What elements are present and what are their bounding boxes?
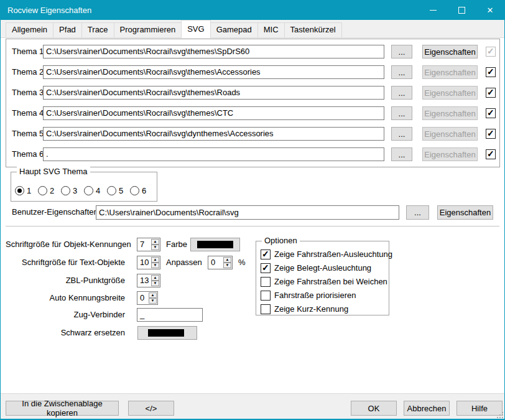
theme-4-label: Thema 4: [12, 106, 44, 120]
spin-down-icon[interactable]: ▼: [149, 298, 157, 304]
theme-5-path-input[interactable]: C:\Users\rainer\Documents\Rocrail\svg\dy…: [43, 127, 384, 141]
theme-3-path-input[interactable]: C:\Users\rainer\Documents\Rocrail\svg\th…: [43, 86, 384, 100]
theme-4-path-input[interactable]: C:\Users\rainer\Documents\Rocrail\svg\th…: [43, 106, 384, 120]
checkbox-icon: [261, 291, 271, 301]
tab-trace[interactable]: Trace: [81, 22, 114, 37]
adjust-label: Anpassen: [166, 256, 202, 269]
theme-row-6: Thema 6 . ... Eigenschaften: [1, 147, 504, 161]
main-theme-option-2[interactable]: 2: [38, 185, 54, 195]
help-button[interactable]: Hilfe: [456, 401, 503, 416]
theme-3-browse-button[interactable]: ...: [391, 86, 412, 100]
tab-tastenkuerzel[interactable]: Tastenkürzel: [284, 22, 342, 37]
adjust-spinner[interactable]: 0 ▲▼: [208, 256, 233, 269]
theme-4-enabled-checkbox[interactable]: [486, 108, 496, 118]
tab-gamepad[interactable]: Gamepad: [210, 22, 258, 37]
close-button[interactable]: ✕: [476, 0, 504, 20]
theme-6-enabled-checkbox[interactable]: [486, 149, 496, 159]
zbl-pointsize-spinner[interactable]: 13 ▲▼: [137, 274, 160, 287]
user-properties-browse-button[interactable]: ...: [406, 205, 429, 220]
option-label: Zeige Fahrstraßen-Ausleuchtung: [274, 250, 392, 259]
radio-5-label: 5: [119, 186, 123, 195]
replace-black-color-button[interactable]: [137, 326, 197, 340]
theme-6-browse-button[interactable]: ...: [391, 147, 412, 161]
theme-row-5: Thema 5 C:\Users\rainer\Documents\Rocrai…: [1, 127, 504, 141]
replace-black-label: Schwarz ersetzen: [6, 326, 125, 340]
spin-up-icon[interactable]: ▲: [149, 292, 157, 298]
spin-up-icon[interactable]: ▲: [151, 275, 159, 281]
minimize-button[interactable]: [419, 0, 447, 20]
spin-up-icon[interactable]: ▲: [151, 257, 159, 263]
user-properties-button[interactable]: Eigenschaften: [437, 205, 493, 220]
theme-2-enabled-checkbox[interactable]: [486, 67, 496, 77]
theme-5-properties-button: Eigenschaften: [422, 127, 478, 141]
checkbox-icon: [261, 304, 271, 314]
radio-4-icon: [84, 186, 93, 195]
main-theme-group-title: Haupt SVG Thema: [17, 167, 90, 176]
text-object-fontsize-label: Schriftgröße für Text-Objekte: [6, 256, 125, 269]
theme-2-browse-button[interactable]: ...: [391, 65, 412, 79]
object-id-fontsize-value: 7: [137, 238, 151, 251]
user-properties-path-input[interactable]: C:\Users\rainer\Documents\Rocrail\svg: [96, 205, 399, 220]
ok-button[interactable]: OK: [351, 401, 397, 416]
theme-4-browse-button[interactable]: ...: [391, 106, 412, 120]
cancel-button[interactable]: Abbrechen: [404, 401, 450, 416]
main-theme-option-6[interactable]: 6: [130, 185, 146, 195]
theme-row-2: Thema 2 C:\Users\rainer\Documents\Rocrai…: [1, 65, 504, 79]
theme-5-browse-button[interactable]: ...: [391, 127, 412, 141]
main-theme-option-3[interactable]: 3: [61, 185, 77, 195]
auto-id-width-spinner[interactable]: 0 ▲▼: [137, 291, 158, 305]
radio-6-label: 6: [142, 186, 146, 195]
text-object-fontsize-spinner[interactable]: 10 ▲▼: [137, 256, 160, 269]
main-theme-option-4[interactable]: 4: [84, 185, 100, 195]
spin-up-icon[interactable]: ▲: [223, 257, 231, 263]
copy-to-clipboard-button[interactable]: In die Zwischenablage kopieren: [6, 401, 119, 416]
text-object-fontsize-value: 10: [137, 256, 151, 269]
id-color-button[interactable]: [190, 238, 240, 251]
percent-label: %: [238, 256, 246, 269]
theme-1-enabled-checkbox: [486, 47, 496, 57]
spin-down-icon[interactable]: ▼: [151, 281, 159, 286]
maximize-button[interactable]: [447, 0, 476, 20]
theme-1-path-input[interactable]: C:\Users\rainer\Documents\Rocrail\svg\th…: [43, 45, 384, 58]
spin-down-icon[interactable]: ▼: [151, 263, 159, 268]
radio-2-label: 2: [50, 186, 54, 195]
tab-programmieren[interactable]: Programmieren: [114, 22, 182, 37]
title-bar: Rocview Eigenschaften ✕: [1, 0, 504, 20]
train-connector-input[interactable]: _: [137, 308, 203, 322]
main-theme-option-5[interactable]: 5: [107, 185, 123, 195]
theme-5-label: Thema 5: [12, 127, 44, 141]
object-id-fontsize-spinner[interactable]: 7 ▲▼: [137, 238, 160, 251]
checkbox-icon: [261, 263, 271, 273]
option-label: Zeige Kurz-Kennung: [274, 304, 348, 314]
resize-grip[interactable]: [497, 412, 503, 418]
theme-2-path-input[interactable]: C:\Users\rainer\Documents\Rocrail\svg\th…: [43, 65, 384, 79]
option-label: Zeige Fahrstraßen bei Weichen: [274, 277, 387, 287]
theme-row-3: Thema 3 C:\Users\rainer\Documents\Rocrai…: [1, 86, 504, 100]
theme-5-enabled-checkbox[interactable]: [486, 129, 496, 139]
theme-1-properties-button[interactable]: Eigenschaften: [422, 45, 478, 58]
spin-up-icon[interactable]: ▲: [151, 239, 159, 245]
color-label: Farbe: [166, 238, 187, 251]
close-icon: ✕: [487, 6, 494, 14]
option-label: Zeige Belegt-Ausleuchtung: [274, 263, 371, 273]
tab-pfad[interactable]: Pfad: [53, 22, 82, 37]
theme-2-label: Thema 2: [12, 65, 44, 79]
theme-3-enabled-checkbox[interactable]: [486, 88, 496, 98]
radio-3-label: 3: [73, 186, 77, 195]
theme-1-browse-button[interactable]: ...: [391, 45, 412, 58]
maximize-icon: [458, 7, 465, 14]
code-view-button[interactable]: </>: [128, 401, 174, 416]
main-theme-option-1[interactable]: 1: [15, 185, 31, 195]
theme-6-label: Thema 6: [12, 147, 44, 161]
adjust-value: 0: [208, 256, 223, 269]
theme-6-path-input[interactable]: .: [43, 147, 384, 161]
spin-down-icon[interactable]: ▼: [223, 263, 231, 268]
spin-down-icon[interactable]: ▼: [151, 245, 159, 250]
window-title: Rocview Eigenschaften: [1, 6, 91, 15]
tab-svg[interactable]: SVG: [181, 20, 210, 38]
radio-2-icon: [38, 186, 47, 195]
checkbox-icon: [261, 277, 271, 287]
radio-6-icon: [130, 186, 139, 195]
tab-mic[interactable]: MIC: [257, 22, 285, 37]
tab-allgemein[interactable]: Allgemein: [6, 22, 53, 37]
